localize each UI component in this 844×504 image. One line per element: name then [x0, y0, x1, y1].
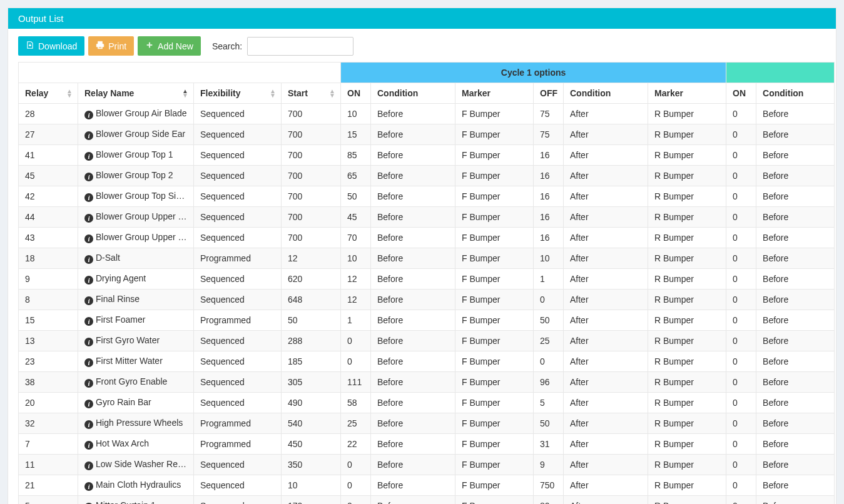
- info-icon[interactable]: i: [84, 193, 93, 202]
- table-row[interactable]: 9iDrying AgentSequenced62012BeforeF Bump…: [19, 269, 835, 290]
- cell-flex: Sequenced: [194, 290, 282, 310]
- table-row[interactable]: 15iFirst FoamerProgrammed501BeforeF Bump…: [19, 310, 835, 331]
- info-icon[interactable]: i: [84, 255, 93, 264]
- cell-off1: 10: [534, 248, 564, 269]
- group-blank: [19, 63, 341, 83]
- table-row[interactable]: 28iBlower Group Air BladeSequenced70010B…: [19, 104, 835, 124]
- panel-title: Output List: [8, 8, 836, 29]
- info-icon[interactable]: i: [84, 173, 93, 181]
- table-row[interactable]: 11iLow Side Washer ReclaimSequenced3500B…: [19, 455, 835, 475]
- table-row[interactable]: 32iHigh Pressure WheelsProgrammed54025Be…: [19, 413, 835, 434]
- cell-start: 700: [282, 186, 341, 207]
- cell-mark1b: R Bumper: [648, 475, 726, 496]
- cell-start: 700: [282, 207, 341, 228]
- cell-on1: 10: [341, 104, 371, 124]
- cell-flex: Programmed: [194, 413, 282, 434]
- cell-name: iHigh Pressure Wheels: [78, 413, 194, 434]
- table-row[interactable]: 44iBlower Group Upper SidesSequenced7004…: [19, 207, 835, 228]
- info-icon[interactable]: i: [84, 111, 93, 119]
- cell-mark1b: R Bumper: [648, 393, 726, 413]
- add-new-label: Add New: [158, 41, 193, 51]
- cell-on2: 0: [726, 455, 756, 475]
- table-row[interactable]: 18iD-SaltProgrammed1210BeforeF Bumper10A…: [19, 248, 835, 269]
- table-row[interactable]: 5iMitter Curtain 1Sequenced1700BeforeF B…: [19, 496, 835, 505]
- col-start[interactable]: Start ▲▼: [282, 83, 341, 104]
- cell-cond2a: Before: [756, 331, 835, 351]
- info-icon[interactable]: i: [84, 441, 93, 450]
- table-row[interactable]: 21iMain Cloth HydraulicsSequenced100Befo…: [19, 475, 835, 496]
- info-icon[interactable]: i: [84, 338, 93, 346]
- info-icon[interactable]: i: [84, 461, 93, 470]
- info-icon[interactable]: i: [84, 276, 93, 285]
- cell-on2: 0: [726, 186, 756, 207]
- table-row[interactable]: 38iFront Gyro EnableSequenced305111Befor…: [19, 372, 835, 393]
- cell-start: 490: [282, 393, 341, 413]
- download-button[interactable]: Download: [18, 36, 84, 56]
- cell-flex: Sequenced: [194, 331, 282, 351]
- info-icon[interactable]: i: [84, 420, 93, 429]
- cell-cond2a: Before: [756, 207, 835, 228]
- table-row[interactable]: 13iFirst Gyro WaterSequenced2880BeforeF …: [19, 331, 835, 351]
- info-icon[interactable]: i: [84, 296, 93, 305]
- cell-cond1a: Before: [371, 372, 455, 393]
- cell-name: iGyro Rain Bar: [78, 393, 194, 413]
- col-flexibility[interactable]: Flexibility ▲▼: [194, 83, 282, 104]
- table-row[interactable]: 42iBlower Group Top SidesSequenced70050B…: [19, 186, 835, 207]
- table-row[interactable]: 23iFirst Mitter WaterSequenced1850Before…: [19, 351, 835, 372]
- info-icon[interactable]: i: [84, 214, 93, 223]
- info-icon[interactable]: i: [84, 234, 93, 243]
- cell-name: iFirst Gyro Water: [78, 331, 194, 351]
- cell-name: iBlower Group Top Sides: [78, 186, 194, 207]
- cell-flex: Sequenced: [194, 496, 282, 505]
- cell-on1: 70: [341, 228, 371, 248]
- cell-cond1a: Before: [371, 207, 455, 228]
- col-relay-name[interactable]: Relay Name ▲▼: [78, 83, 194, 104]
- cell-mark1b: R Bumper: [648, 310, 726, 331]
- info-icon[interactable]: i: [84, 152, 93, 161]
- cell-cond1a: Before: [371, 228, 455, 248]
- col-relay-label: Relay: [25, 88, 48, 98]
- cell-cond1b: After: [564, 372, 648, 393]
- table-row[interactable]: 20iGyro Rain BarSequenced49058BeforeF Bu…: [19, 393, 835, 413]
- cell-on2: 0: [726, 207, 756, 228]
- info-icon[interactable]: i: [84, 400, 93, 408]
- cell-flex: Sequenced: [194, 372, 282, 393]
- cell-cond1b: After: [564, 331, 648, 351]
- cell-on2: 0: [726, 393, 756, 413]
- col-relay[interactable]: Relay ▲▼: [19, 83, 78, 104]
- cell-flex: Sequenced: [194, 475, 282, 496]
- table-row[interactable]: 43iBlower Group Upper SidesSequenced7007…: [19, 228, 835, 248]
- table-row[interactable]: 27iBlower Group Side EarSequenced70015Be…: [19, 124, 835, 145]
- info-icon[interactable]: i: [84, 317, 93, 326]
- cell-name: iBlower Group Top 2: [78, 166, 194, 186]
- cell-mark1a: F Bumper: [455, 455, 534, 475]
- cell-relay: 45: [19, 166, 78, 186]
- table-row[interactable]: 7iHot Wax ArchProgrammed45022BeforeF Bum…: [19, 434, 835, 455]
- cell-on1: 25: [341, 413, 371, 434]
- table-row[interactable]: 45iBlower Group Top 2Sequenced70065Befor…: [19, 166, 835, 186]
- cell-flex: Programmed: [194, 434, 282, 455]
- print-button[interactable]: Print: [88, 36, 134, 56]
- info-icon[interactable]: i: [84, 482, 93, 491]
- cell-cond2a: Before: [756, 228, 835, 248]
- col-start-label: Start: [288, 88, 308, 98]
- cell-name: iBlower Group Air Blade: [78, 104, 194, 124]
- cell-mark1a: F Bumper: [455, 290, 534, 310]
- info-icon[interactable]: i: [84, 379, 93, 388]
- cell-cond1b: After: [564, 434, 648, 455]
- cell-on1: 0: [341, 331, 371, 351]
- cell-cond1b: After: [564, 310, 648, 331]
- cell-cond2a: Before: [756, 166, 835, 186]
- cell-cond2a: Before: [756, 145, 835, 166]
- add-new-button[interactable]: Add New: [138, 36, 201, 56]
- cell-cond1b: After: [564, 269, 648, 290]
- table-row[interactable]: 41iBlower Group Top 1Sequenced70085Befor…: [19, 145, 835, 166]
- cell-on2: 0: [726, 145, 756, 166]
- cell-relay: 18: [19, 248, 78, 269]
- cell-mark1a: F Bumper: [455, 393, 534, 413]
- search-input[interactable]: [247, 37, 353, 56]
- table-row[interactable]: 8iFinal RinseSequenced64812BeforeF Bumpe…: [19, 290, 835, 310]
- info-icon[interactable]: i: [84, 358, 93, 367]
- info-icon[interactable]: i: [84, 131, 93, 140]
- col-on2: ON: [726, 83, 756, 104]
